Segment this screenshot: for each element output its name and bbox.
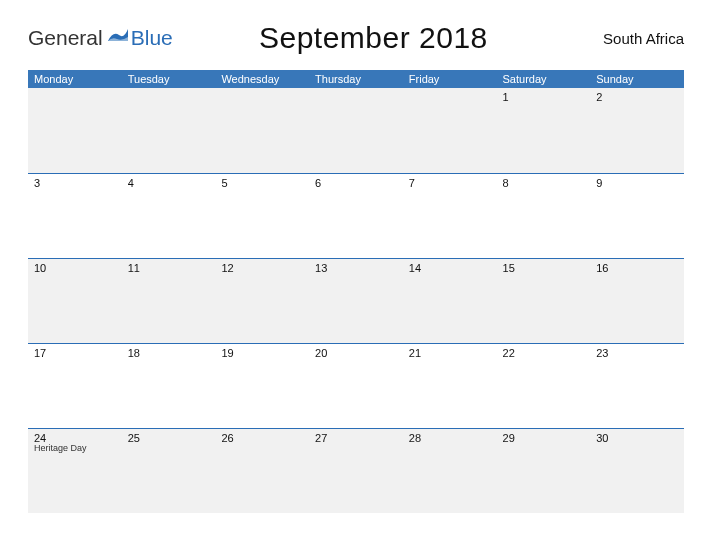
day-cell: 30 [590, 428, 684, 513]
day-number: 26 [221, 432, 303, 444]
calendar-title: September 2018 [173, 21, 574, 55]
calendar-page: General Blue September 2018 South Africa… [0, 0, 712, 550]
logo-text-general: General [28, 26, 103, 50]
day-number: 23 [596, 347, 678, 359]
day-number: 25 [128, 432, 210, 444]
day-cell: 19 [215, 343, 309, 428]
day-cell: 28 [403, 428, 497, 513]
day-header: Thursday [309, 70, 403, 88]
day-cell: 22 [497, 343, 591, 428]
calendar-grid: Monday Tuesday Wednesday Thursday Friday… [28, 70, 684, 513]
day-cell [309, 88, 403, 173]
day-number: 17 [34, 347, 116, 359]
header: General Blue September 2018 South Africa [28, 10, 684, 66]
day-number: 30 [596, 432, 678, 444]
day-cell: 23 [590, 343, 684, 428]
day-cell: 9 [590, 173, 684, 258]
day-number: 22 [503, 347, 585, 359]
day-number: 5 [221, 177, 303, 189]
day-number: 28 [409, 432, 491, 444]
day-cell: 25 [122, 428, 216, 513]
day-number: 4 [128, 177, 210, 189]
day-cell: 8 [497, 173, 591, 258]
day-cell: 21 [403, 343, 497, 428]
day-number: 13 [315, 262, 397, 274]
week-row: 17181920212223 [28, 343, 684, 428]
day-cell: 29 [497, 428, 591, 513]
day-number: 15 [503, 262, 585, 274]
day-header-row: Monday Tuesday Wednesday Thursday Friday… [28, 70, 684, 88]
day-number: 3 [34, 177, 116, 189]
day-number: 27 [315, 432, 397, 444]
day-cell [28, 88, 122, 173]
day-cell: 1 [497, 88, 591, 173]
day-cell: 12 [215, 258, 309, 343]
week-row: 24Heritage Day252627282930 [28, 428, 684, 513]
day-number: 8 [503, 177, 585, 189]
day-cell [403, 88, 497, 173]
day-number: 21 [409, 347, 491, 359]
logo-wave-icon [107, 27, 129, 49]
day-cell: 10 [28, 258, 122, 343]
day-number: 11 [128, 262, 210, 274]
day-number: 10 [34, 262, 116, 274]
day-header: Saturday [497, 70, 591, 88]
day-number: 9 [596, 177, 678, 189]
day-cell: 7 [403, 173, 497, 258]
day-cell: 14 [403, 258, 497, 343]
day-cell: 6 [309, 173, 403, 258]
day-cell: 18 [122, 343, 216, 428]
day-cell: 5 [215, 173, 309, 258]
day-number: 18 [128, 347, 210, 359]
day-number: 16 [596, 262, 678, 274]
day-cell: 26 [215, 428, 309, 513]
day-cell: 2 [590, 88, 684, 173]
day-cell: 11 [122, 258, 216, 343]
day-cell: 27 [309, 428, 403, 513]
day-header: Tuesday [122, 70, 216, 88]
day-cell: 16 [590, 258, 684, 343]
day-number: 1 [503, 91, 585, 103]
day-header: Wednesday [215, 70, 309, 88]
day-number: 20 [315, 347, 397, 359]
day-header: Sunday [590, 70, 684, 88]
week-row: 12 [28, 88, 684, 173]
day-cell: 20 [309, 343, 403, 428]
day-cell [122, 88, 216, 173]
day-cell: 13 [309, 258, 403, 343]
day-number: 2 [596, 91, 678, 103]
day-number: 6 [315, 177, 397, 189]
day-number: 19 [221, 347, 303, 359]
day-number: 24 [34, 432, 116, 444]
logo-text-blue: Blue [131, 26, 173, 50]
event-label: Heritage Day [34, 444, 116, 454]
day-cell: 4 [122, 173, 216, 258]
day-number: 14 [409, 262, 491, 274]
region-label: South Africa [574, 30, 684, 47]
day-number: 29 [503, 432, 585, 444]
day-header: Monday [28, 70, 122, 88]
day-cell: 3 [28, 173, 122, 258]
day-header: Friday [403, 70, 497, 88]
day-cell: 15 [497, 258, 591, 343]
day-cell: 17 [28, 343, 122, 428]
day-number: 7 [409, 177, 491, 189]
day-cell: 24Heritage Day [28, 428, 122, 513]
brand-logo: General Blue [28, 26, 173, 50]
week-row: 10111213141516 [28, 258, 684, 343]
day-number: 12 [221, 262, 303, 274]
week-row: 3456789 [28, 173, 684, 258]
day-cell [215, 88, 309, 173]
